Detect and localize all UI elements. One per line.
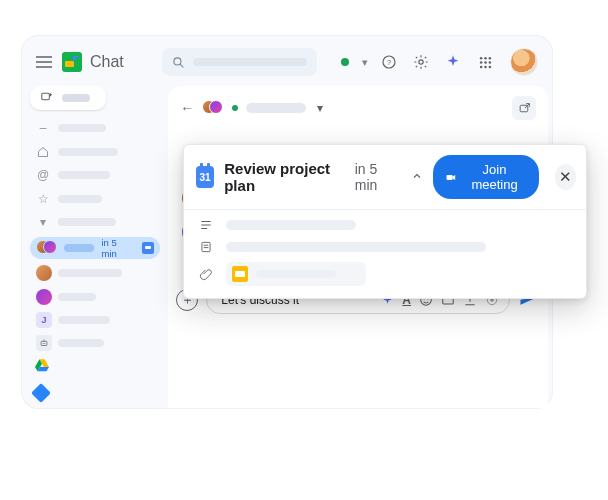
sidebar-item-selected-conversation[interactable]: in 5 min xyxy=(30,237,160,259)
main-menu-button[interactable] xyxy=(36,56,52,68)
conversation-avatar-pair xyxy=(202,98,224,118)
svg-point-4 xyxy=(419,60,423,64)
chevron-down-icon: ▾ xyxy=(36,215,50,229)
drive-icon xyxy=(34,358,50,372)
attachment-icon xyxy=(198,267,214,281)
search-bar[interactable] xyxy=(162,48,317,76)
popout-button[interactable] xyxy=(512,96,536,120)
event-notes-row xyxy=(198,240,576,254)
topbar: Chat ▾ ? xyxy=(22,36,552,86)
event-collapse-icon[interactable] xyxy=(411,168,423,186)
event-attachment-row xyxy=(198,262,576,286)
sidebar-item[interactable]: – xyxy=(30,120,160,137)
svg-point-8 xyxy=(479,61,482,64)
sidebar-item-space[interactable]: J xyxy=(30,311,160,328)
presence-dropdown-icon[interactable]: ▾ xyxy=(362,56,368,69)
event-title: Review project plan xyxy=(224,160,341,194)
popout-icon xyxy=(518,102,531,115)
svg-point-17 xyxy=(44,343,45,344)
event-header: 31 Review project plan in 5 min Join mee… xyxy=(184,145,586,209)
product-name: Chat xyxy=(90,53,124,71)
sidebar-item-bot[interactable] xyxy=(30,335,160,352)
svg-rect-29 xyxy=(202,242,210,251)
svg-point-5 xyxy=(479,56,482,59)
meeting-event-popup: 31 Review project plan in 5 min Join mee… xyxy=(183,144,587,299)
join-meeting-button[interactable]: Join meeting xyxy=(433,155,538,199)
svg-point-7 xyxy=(488,56,491,59)
ai-sparkle-button[interactable] xyxy=(442,54,464,70)
sidebar-item-dm[interactable] xyxy=(30,288,160,305)
conversation-dropdown-icon[interactable]: ▾ xyxy=(317,101,323,115)
bot-icon xyxy=(36,335,52,351)
calendar-badge-icon xyxy=(142,242,154,254)
search-icon xyxy=(172,56,185,69)
event-time: in 5 min xyxy=(355,161,396,193)
home-icon xyxy=(36,146,50,158)
dash-icon: – xyxy=(36,121,50,135)
presence-active-icon[interactable] xyxy=(341,58,349,66)
sidebar-item-starred[interactable]: ☆ xyxy=(30,190,160,207)
sidebar-event-time: in 5 min xyxy=(102,237,135,259)
mention-icon: @ xyxy=(36,168,50,182)
slides-file-icon xyxy=(232,266,248,282)
back-button[interactable]: ← xyxy=(180,100,194,116)
svg-point-11 xyxy=(479,65,482,68)
account-avatar[interactable] xyxy=(510,48,538,76)
svg-point-6 xyxy=(484,56,487,59)
sidebar-item-dm[interactable] xyxy=(30,265,160,282)
video-camera-icon xyxy=(445,170,457,185)
conversation-title-placeholder xyxy=(246,103,306,113)
svg-line-1 xyxy=(180,64,183,67)
avatar-icon xyxy=(36,289,52,305)
svg-point-16 xyxy=(43,343,44,344)
new-chat-button[interactable] xyxy=(30,86,106,110)
event-attachment-chip[interactable] xyxy=(226,262,366,286)
close-popup-button[interactable]: ✕ xyxy=(555,164,577,190)
chat-logo-icon xyxy=(62,52,82,72)
avatar-pair-icon xyxy=(36,238,56,258)
new-chat-icon xyxy=(40,91,54,105)
description-icon xyxy=(198,218,214,232)
svg-point-12 xyxy=(484,65,487,68)
presence-dot-icon xyxy=(232,105,238,111)
sidebar-app-drive[interactable] xyxy=(34,358,160,376)
sidebar-section[interactable]: ▾ xyxy=(30,213,160,230)
jira-icon xyxy=(31,383,51,403)
event-body xyxy=(184,209,586,298)
star-outline-icon: ☆ xyxy=(36,192,50,206)
avatar-icon xyxy=(36,265,52,281)
join-meeting-label: Join meeting xyxy=(465,162,525,192)
svg-rect-28 xyxy=(447,174,453,179)
svg-text:?: ? xyxy=(387,58,391,67)
apps-grid-button[interactable] xyxy=(474,55,496,70)
conversation-header: ← ▾ xyxy=(168,86,548,128)
sidebar-item-home[interactable] xyxy=(30,143,160,160)
svg-point-13 xyxy=(488,65,491,68)
svg-rect-14 xyxy=(42,93,50,99)
svg-point-10 xyxy=(488,61,491,64)
event-description-row xyxy=(198,218,576,232)
notes-icon xyxy=(198,240,214,254)
svg-rect-15 xyxy=(41,342,47,346)
svg-point-0 xyxy=(174,57,181,64)
svg-point-9 xyxy=(484,61,487,64)
calendar-date-icon: 31 xyxy=(196,166,214,188)
sidebar: – @ ☆ ▾ in 5 min xyxy=(22,86,168,408)
sidebar-item-mentions[interactable]: @ xyxy=(30,166,160,183)
help-button[interactable]: ? xyxy=(378,54,400,70)
settings-button[interactable] xyxy=(410,54,432,70)
sidebar-app-jira[interactable] xyxy=(34,386,160,400)
space-badge-icon: J xyxy=(36,312,52,328)
